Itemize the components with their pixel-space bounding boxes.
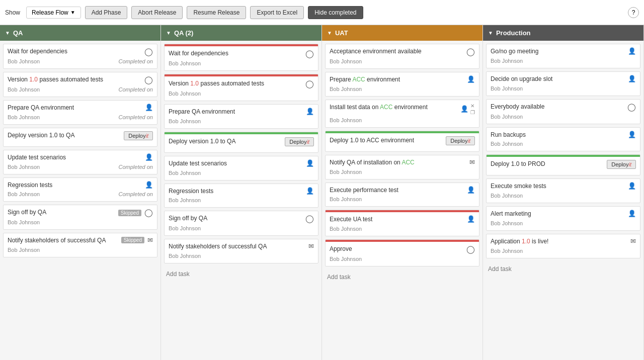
card-inner: Deploy version 1.0 to QA Deployit: [4, 128, 157, 146]
column-uat: ▼ UAT Acceptance environment available ◯…: [322, 25, 483, 360]
task-card[interactable]: Prepare ACC environment 👤 Bob Johnson: [325, 72, 479, 97]
card-footer: Bob Johnson: [491, 58, 636, 64]
task-card[interactable]: Sign off by QA ◯ Bob Johnson: [164, 211, 318, 236]
card-inner: Version 1.0 passes automated tests ◯ Bob…: [165, 76, 318, 101]
add-phase-button[interactable]: Add Phase: [85, 6, 128, 19]
card-user: Bob Johnson: [169, 170, 201, 176]
card-title-row: Prepare QA environment 👤: [169, 108, 314, 116]
task-card[interactable]: Update test scenarios 👤 Bob Johnson Comp…: [3, 150, 157, 174]
deployit-button[interactable]: Deployit: [285, 137, 314, 146]
task-card[interactable]: Run backups 👤 Bob Johnson: [486, 127, 640, 152]
task-card[interactable]: Deploy 1.0 to ACC environment Deployit: [325, 131, 479, 152]
card-user: Bob Johnson: [169, 253, 201, 259]
column-wrapper-qa2: ▼ QA (2) Wait for dependencies ◯ Bob Joh…: [161, 25, 322, 360]
column-title-production: Production: [496, 29, 531, 37]
abort-release-button[interactable]: Abort Release: [131, 6, 183, 19]
task-card[interactable]: Alert marketing 👤 Bob Johnson: [486, 206, 640, 231]
task-card[interactable]: Execute performance test 👤 Bob Johnson: [325, 183, 479, 207]
deployit-button[interactable]: Deployit: [124, 131, 153, 140]
card-user: Bob Johnson: [8, 219, 40, 225]
card-title-row: Update test scenarios 👤: [8, 153, 153, 162]
task-card[interactable]: Regression tests 👤 Bob Johnson Completed…: [3, 177, 157, 202]
task-card[interactable]: Deploy version 1.0 to QA Deployit: [164, 132, 318, 153]
copy-icon[interactable]: ❐: [470, 110, 475, 115]
card-title: Approve: [330, 245, 463, 253]
column-arrow-icon: ▼: [5, 30, 10, 36]
deployit-button[interactable]: Deployit: [607, 160, 636, 169]
person-icon: 👤: [306, 187, 314, 195]
card-title-row: Regression tests 👤: [169, 187, 314, 196]
card-title: Run backups: [491, 131, 625, 139]
card-title-row: Alert marketing 👤: [491, 210, 636, 218]
task-card[interactable]: Version 1.0 passes automated tests ◯ Bob…: [164, 74, 318, 101]
task-card[interactable]: Notify stakeholders of successful QA ✉ B…: [164, 239, 318, 263]
task-card[interactable]: Everybody available ◯ Bob Johnson: [486, 99, 640, 124]
card-inner: Update test scenarios 👤 Bob Johnson Comp…: [4, 150, 157, 174]
show-label: Show: [5, 9, 20, 16]
task-card[interactable]: Update test scenarios 👤 Bob Johnson: [164, 156, 318, 181]
column-title-uat: UAT: [335, 29, 348, 37]
task-card[interactable]: Wait for dependencies ◯ Bob Johnson Comp…: [3, 44, 157, 69]
task-card[interactable]: Application 1.0 is live! ✉ Bob Johnson: [486, 234, 640, 258]
task-card[interactable]: Install test data on ACC environment 👤 ✕…: [325, 100, 479, 128]
card-title: Deploy version 1.0 to QA: [169, 137, 285, 146]
task-card[interactable]: Prepare QA environment 👤 Bob Johnson: [164, 104, 318, 129]
card-user: Bob Johnson: [169, 91, 201, 97]
card-title: Everybody available: [491, 103, 624, 111]
hide-completed-button[interactable]: Hide completed: [308, 6, 363, 19]
help-button[interactable]: ?: [628, 7, 639, 18]
task-card[interactable]: Regression tests 👤 Bob Johnson: [164, 184, 318, 208]
task-card[interactable]: Notify QA of installation on ACC ✉ Bob J…: [325, 155, 479, 179]
card-title-row: Sign off by QA ◯: [169, 214, 314, 223]
export-excel-button[interactable]: Export to Excel: [250, 6, 304, 19]
card-inner: Execute smoke tests 👤 Bob Johnson: [487, 179, 640, 203]
card-user: Bob Johnson: [330, 117, 362, 123]
task-card[interactable]: Acceptance environment available ◯ Bob J…: [325, 44, 479, 69]
card-title-row: Go/no go meeting 👤: [491, 47, 636, 56]
card-user: Bob Johnson: [8, 86, 40, 93]
card-footer: Bob Johnson Completed on: [8, 86, 153, 93]
task-card[interactable]: Deploy version 1.0 to QA Deployit: [3, 128, 157, 147]
card-title: Execute smoke tests: [491, 182, 625, 191]
resume-release-button[interactable]: Resume Release: [187, 6, 246, 19]
task-card[interactable]: Prepare QA environment 👤 Bob Johnson Com…: [3, 100, 157, 125]
card-title-row: Update test scenarios 👤: [169, 159, 314, 168]
card-status: Completed on: [119, 86, 153, 93]
card-footer: Bob Johnson: [169, 60, 314, 66]
deploy-suffix: it: [146, 133, 149, 139]
task-card[interactable]: Execute UA test 👤 Bob Johnson: [325, 210, 479, 236]
task-card[interactable]: Approve ◯ Bob Johnson: [325, 239, 479, 266]
task-card[interactable]: Execute smoke tests 👤 Bob Johnson: [486, 178, 640, 203]
card-title: Execute UA test: [330, 215, 464, 224]
task-card[interactable]: Sign off by QA Skipped ◯ Bob Johnson: [3, 205, 157, 230]
column-arrow-icon: ▼: [327, 30, 332, 36]
add-task-button[interactable]: Add task: [164, 267, 318, 281]
card-title: Execute performance test: [330, 186, 464, 195]
task-card[interactable]: Version 1.0 passes automated tests ◯ Bob…: [3, 72, 157, 97]
task-card[interactable]: Wait for dependencies ◯ Bob Johnson: [164, 44, 318, 71]
release-flow-dropdown[interactable]: Release Flow ▼: [26, 7, 81, 19]
column-arrow-icon: ▼: [166, 30, 171, 36]
card-inner: Sign off by QA ◯ Bob Johnson: [165, 211, 318, 235]
card-status: Completed on: [119, 164, 153, 170]
person-icon: 👤: [467, 75, 475, 83]
task-card[interactable]: Decide on upgrade slot 👤 Bob Johnson: [486, 71, 640, 96]
task-card[interactable]: Go/no go meeting 👤 Bob Johnson: [486, 44, 640, 68]
add-task-button[interactable]: Add task: [325, 271, 479, 284]
card-footer: Bob Johnson: [491, 141, 636, 147]
add-task-button[interactable]: Add task: [486, 262, 640, 276]
task-card[interactable]: Deploy 1.0 to PROD Deployit: [486, 154, 640, 175]
card-title-row: Version 1.0 passes automated tests ◯: [169, 79, 314, 88]
person-icon: 👤: [145, 181, 153, 189]
person-icon: 👤: [460, 105, 468, 113]
person-icon: 👤: [467, 186, 475, 194]
deployit-button[interactable]: Deployit: [446, 136, 475, 145]
card-footer: Bob Johnson: [169, 118, 314, 124]
close-icon[interactable]: ✕: [470, 103, 475, 109]
card-title-row: Execute smoke tests 👤: [491, 182, 636, 191]
card-title: Update test scenarios: [169, 159, 303, 168]
card-inner: Run backups 👤 Bob Johnson: [487, 128, 640, 151]
email-icon: ✉: [469, 158, 475, 166]
card-title-row: Prepare QA environment 👤: [8, 104, 153, 112]
task-card[interactable]: Notify stakeholders of successful QA Ski…: [3, 233, 157, 257]
